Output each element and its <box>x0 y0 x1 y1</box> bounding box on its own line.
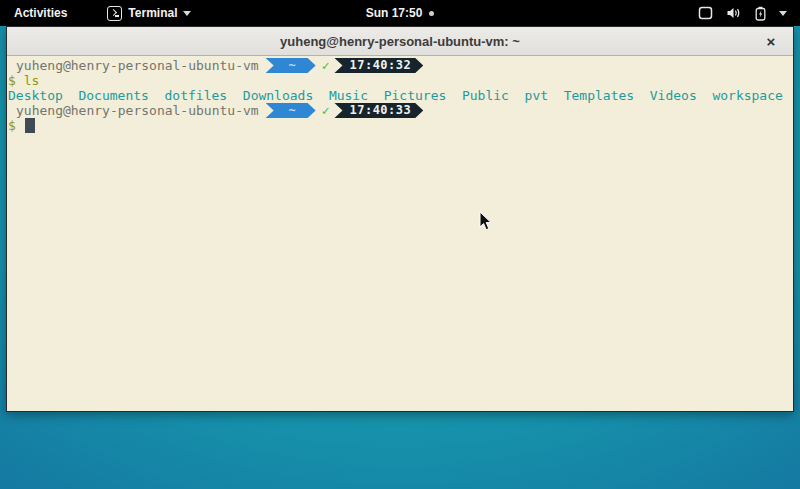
chevron-down-icon <box>183 11 191 16</box>
display-icon[interactable] <box>698 6 713 20</box>
prompt-time-segment: 17:40:33 <box>334 103 423 118</box>
top-bar: Activities Terminal Sun 17:50 <box>0 0 800 26</box>
text-cursor <box>25 118 35 133</box>
activities-button[interactable]: Activities <box>10 6 71 20</box>
terminal-window: yuheng@henry-personal-ubuntu-vm: ~ × yuh… <box>6 26 794 412</box>
current-prompt-line: $ <box>8 118 792 133</box>
prompt-cwd-segment: ~ <box>266 103 316 118</box>
volume-icon[interactable] <box>726 6 742 20</box>
close-icon[interactable]: × <box>759 27 783 56</box>
typed-command: ls <box>24 73 40 88</box>
terminal-content[interactable]: yuheng@henry-personal-ubuntu-vm ~ ✓ 17:4… <box>7 56 793 411</box>
notification-dot <box>429 11 434 16</box>
prompt-symbol: $ <box>8 73 16 88</box>
command-line: $ ls <box>8 73 792 88</box>
app-menu-label: Terminal <box>128 6 177 20</box>
prompt-user-host: yuheng@henry-personal-ubuntu-vm <box>16 58 259 73</box>
system-menu-chevron-icon[interactable] <box>779 11 787 16</box>
status-check-icon: ✓ <box>322 58 330 73</box>
status-check-icon: ✓ <box>322 103 330 118</box>
prompt-symbol: $ <box>8 118 16 133</box>
window-title: yuheng@henry-personal-ubuntu-vm: ~ <box>280 34 520 49</box>
terminal-app-icon <box>107 6 122 21</box>
prompt-line-1: yuheng@henry-personal-ubuntu-vm ~ ✓ 17:4… <box>8 58 792 73</box>
ls-output: Desktop Documents dotfiles Downloads Mus… <box>8 88 792 103</box>
battery-charging-icon[interactable] <box>755 6 766 21</box>
prompt-line-2: yuheng@henry-personal-ubuntu-vm ~ ✓ 17:4… <box>8 103 792 118</box>
app-menu-terminal[interactable]: Terminal <box>107 6 191 21</box>
clock[interactable]: Sun 17:50 <box>366 6 423 20</box>
prompt-cwd-segment: ~ <box>266 58 316 73</box>
mouse-cursor <box>479 211 493 232</box>
window-titlebar[interactable]: yuheng@henry-personal-ubuntu-vm: ~ × <box>7 27 793 56</box>
prompt-user-host: yuheng@henry-personal-ubuntu-vm <box>16 103 259 118</box>
prompt-time-segment: 17:40:32 <box>334 58 423 73</box>
